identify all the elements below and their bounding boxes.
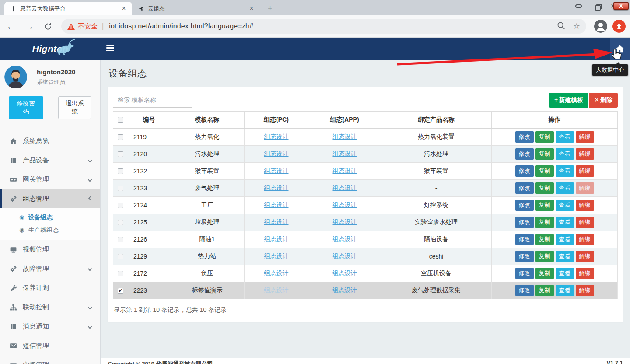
back-button[interactable]: ← [4,19,18,34]
config-pc-link[interactable]: 组态设计 [264,218,289,225]
search-input[interactable] [113,92,192,108]
config-app-link[interactable]: 组态设计 [332,150,357,157]
modify-button[interactable]: 修改 [515,285,534,296]
copy-button[interactable]: 复制 [536,251,554,262]
copy-button[interactable]: 复制 [536,234,554,245]
config-pc-link[interactable]: 组态设计 [264,201,289,208]
view-button[interactable]: 查看 [556,234,574,245]
config-app-link[interactable]: 组态设计 [332,218,357,225]
copy-button[interactable]: 复制 [536,285,554,296]
unbind-button[interactable]: 解绑 [576,285,594,296]
config-pc-link[interactable]: 组态设计 [264,252,289,259]
tab-close-icon[interactable]: ✕ [248,5,256,13]
config-app-link[interactable]: 组态设计 [332,287,357,294]
copy-button[interactable]: 复制 [536,131,554,143]
copy-button[interactable]: 复制 [536,182,554,194]
address-bar[interactable]: 不安全 | iot.idosp.net/admin/index.html?lan… [61,19,586,34]
config-app-link[interactable]: 组态设计 [332,167,357,174]
row-checkbox[interactable] [118,186,123,191]
sidebar-item[interactable]: 系统总览 [0,131,100,150]
hamburger-menu-icon[interactable] [106,45,115,53]
config-app-link[interactable]: 组态设计 [332,184,357,191]
select-all-checkbox[interactable] [118,117,123,122]
row-checkbox[interactable] [118,237,123,242]
forward-button[interactable]: → [22,19,37,34]
view-button[interactable]: 查看 [556,200,574,211]
sidebar-item[interactable]: 消息通知 [0,317,100,336]
config-pc-link[interactable]: 组态设计 [264,235,289,242]
config-app-link[interactable]: 组态设计 [332,270,357,276]
tab-close-icon[interactable]: ✕ [120,5,128,13]
zoom-out-icon[interactable] [557,21,565,32]
browser-tab-active[interactable]: 思普云大数据平台 ✕ [4,2,132,15]
config-app-link[interactable]: 组态设计 [332,235,357,242]
sidebar-item[interactable]: 产品设备 [0,150,100,170]
unbind-button[interactable]: 解绑 [576,200,594,211]
config-pc-link[interactable]: 组态设计 [264,167,289,174]
unbind-button[interactable]: 解绑 [576,165,594,177]
sidebar-item[interactable]: 视频管理 [0,240,100,259]
unbind-button[interactable]: 解绑 [576,234,594,245]
unbind-button[interactable]: 解绑 [576,217,594,228]
new-template-button[interactable]: +新建模板 [549,93,588,108]
view-button[interactable]: 查看 [556,148,574,160]
modify-button[interactable]: 修改 [515,268,534,279]
view-button[interactable]: 查看 [556,131,574,143]
modify-button[interactable]: 修改 [515,251,534,262]
row-checkbox[interactable] [118,151,123,157]
config-pc-link[interactable]: 组态设计 [264,133,289,140]
unbind-button[interactable]: 解绑 [576,148,594,160]
sidebar-item[interactable]: 故障管理 [0,259,100,278]
unbind-button[interactable]: 解绑 [576,182,594,194]
unbind-button[interactable]: 解绑 [576,268,594,279]
view-button[interactable]: 查看 [556,165,574,177]
modify-button[interactable]: 修改 [515,217,534,228]
row-checkbox[interactable] [118,203,123,208]
row-checkbox[interactable] [118,134,123,140]
unbind-button[interactable]: 解绑 [576,131,594,143]
delete-button[interactable]: ✕删除 [589,93,618,108]
config-pc-link[interactable]: 组态设计 [264,270,289,276]
view-button[interactable]: 查看 [556,217,574,228]
view-button[interactable]: 查看 [556,182,574,194]
modify-button[interactable]: 修改 [515,182,534,194]
config-pc-link[interactable]: 组态设计 [264,287,289,294]
sidebar-item[interactable]: 短信管理 [0,336,100,355]
row-checkbox[interactable] [118,168,123,174]
browser-profile-avatar[interactable] [594,20,607,33]
extension-icon[interactable] [612,20,626,33]
reload-button[interactable] [40,19,55,34]
sidebar-item[interactable]: 空间管理 [0,355,100,364]
config-pc-link[interactable]: 组态设计 [264,150,289,157]
row-checkbox[interactable] [118,220,123,225]
browser-tab-inactive[interactable]: 云组态 ✕ [132,2,260,15]
view-button[interactable]: 查看 [556,268,574,279]
new-tab-button[interactable]: + [264,2,276,14]
unbind-button[interactable]: 解绑 [576,251,594,262]
row-checkbox[interactable] [118,254,123,259]
recorder-close-button[interactable]: X [613,2,629,10]
copy-button[interactable]: 复制 [536,148,554,160]
modify-button[interactable]: 修改 [515,234,534,245]
change-password-button[interactable]: 修改密码 [9,96,43,119]
restore-button[interactable] [591,1,604,11]
sidebar-subitem[interactable]: ◉设备组态 [0,211,100,224]
modify-button[interactable]: 修改 [515,131,534,143]
modify-button[interactable]: 修改 [515,148,534,160]
sidebar-item[interactable]: 保养计划 [0,278,100,298]
sidebar-subitem[interactable]: ◉生产线组态 [0,224,100,236]
copy-button[interactable]: 复制 [536,217,554,228]
view-button[interactable]: 查看 [556,285,574,296]
config-app-link[interactable]: 组态设计 [332,252,357,259]
copy-button[interactable]: 复制 [536,165,554,177]
view-button[interactable]: 查看 [556,251,574,262]
sidebar-item[interactable]: 网关管理 [0,170,100,189]
config-pc-link[interactable]: 组态设计 [264,184,289,191]
modify-button[interactable]: 修改 [515,200,534,211]
row-checkbox[interactable]: ✔ [118,288,123,294]
modify-button[interactable]: 修改 [515,165,534,177]
logout-button[interactable]: 退出系统 [58,96,92,119]
sidebar-item[interactable]: 联动控制 [0,298,100,317]
minimize-button[interactable] [572,1,585,11]
copy-button[interactable]: 复制 [536,200,554,211]
